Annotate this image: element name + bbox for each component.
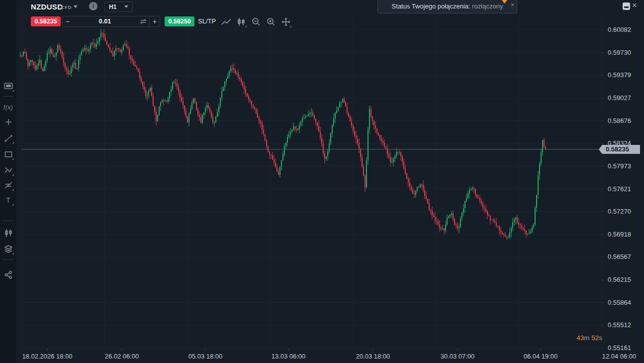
candle-chart-type-button[interactable] [235,16,247,28]
status-close-icon[interactable]: × [511,0,514,11]
volume-stepper: − 0.01 + [62,16,160,27]
zoom-in-icon [266,17,276,27]
symbol-dropdown-caret-icon[interactable] [74,5,78,8]
time-axis-label: 26.02 06:00 [105,353,139,360]
volume-reset-button[interactable] [137,18,149,25]
countdown-minutes: 43 [576,334,584,342]
price-axis-label: 0.59027 [608,94,631,102]
chart-type-button[interactable] [2,227,14,239]
refresh-icon [139,18,147,25]
text-tool-button[interactable]: T [2,194,14,206]
fibonacci-icon [3,181,13,189]
trend-line-icon [3,134,13,143]
volume-decrease-button[interactable]: − [63,17,73,25]
fibonacci-tool-button[interactable] [2,179,14,191]
instrument-info-icon[interactable]: i [89,2,97,10]
share-button[interactable] [2,269,14,281]
timeframe-caret-icon [124,5,128,8]
status-value: rozłączony [470,2,503,10]
sell-price-button[interactable]: 0.58235 [31,16,61,26]
price-axis-label: 0.55864 [608,299,631,306]
line-chart-icon [221,17,232,26]
volume-increase-button[interactable]: + [150,17,160,25]
chart-tools-sidebar: f(x) T [0,0,16,363]
connection-status-popup: Status Twojego połączenia: rozłączony × [377,0,517,13]
price-axis-label: 0.57973 [608,162,631,170]
time-axis-label: 06.04 19:00 [524,353,558,360]
status-text: Status Twojego połączenia: [392,2,470,10]
rectangle-icon [4,150,13,158]
sidebar-divider [2,221,13,221]
price-axis-label: 0.57621 [608,185,631,193]
timeframe-selector[interactable]: H1 [104,1,133,12]
sidebar-divider [2,96,13,97]
fx-icon: f(x) [3,104,13,111]
candlestick-icon [236,17,246,27]
price-axis-label: 0.56918 [608,231,631,238]
elliott-wave-tool-button[interactable] [2,164,14,176]
minimize-icon [624,6,629,8]
chart-display-mode-button[interactable] [2,80,14,92]
plus-icon [4,118,12,126]
price-axis-label: 0.55512 [608,321,631,329]
price-axis-label: 0.56215 [608,276,631,283]
chart-header: NZDUSD CFD i H1 [16,0,644,14]
timeframe-value: H1 [109,3,116,10]
current-price-tag: 0.58235 [602,145,640,154]
close-button[interactable]: × [632,0,637,10]
price-axis-label: 0.58676 [608,117,631,124]
order-toolbar: 0.58235 − 0.01 + 0.58250 SL/TP [16,16,644,28]
candle-countdown: 43m 52s [553,334,602,342]
market-type-label: CFD [61,4,72,10]
shape-tool-button[interactable] [2,148,14,160]
volume-value[interactable]: 0.01 [73,18,137,25]
zigzag-icon [3,166,13,174]
symbol-name: NZDUSD [31,2,63,11]
time-axis-label: 18.02.2026 18:00 [22,353,72,360]
zoom-out-button[interactable] [250,16,262,28]
buy-price-button[interactable]: 0.58250 [165,16,194,26]
sl-tp-button[interactable]: SL/TP [198,17,216,25]
indicators-button[interactable]: f(x) [2,102,14,114]
time-axis-label: 12.04 06:00 [602,353,637,360]
candlestick-chart[interactable] [0,0,644,363]
countdown-seconds-unit: s [599,334,602,342]
sidebar-divider [2,259,13,260]
price-axis-label: 0.55161 [608,344,631,352]
layers-icon [3,244,13,253]
zoom-in-button[interactable] [265,16,277,28]
text-icon: T [6,196,10,204]
countdown-minutes-unit: m [584,334,591,342]
candlestick-icon [4,228,13,238]
countdown-seconds: 52 [591,334,599,342]
time-axis-label: 13.03 06:00 [272,353,306,360]
time-axis-label: 30.03 07:00 [441,353,475,360]
time-axis-label: 05.03 18:00 [188,353,223,360]
screen-icon [3,82,13,90]
zoom-out-icon [251,17,261,27]
trend-line-tool-button[interactable] [2,132,14,144]
price-axis-label: 0.56567 [608,253,631,260]
line-chart-type-button[interactable] [220,16,232,28]
price-axis-label: 0.59730 [608,49,631,56]
pan-mode-button[interactable] [280,16,292,28]
trading-chart-window: f(x) T NZDUSD C [0,0,644,363]
time-axis-label: 20.03 18:00 [356,353,390,360]
minimize-button[interactable] [623,2,630,10]
share-icon [4,270,13,279]
layers-button[interactable] [2,243,14,255]
price-axis-label: 0.59379 [608,71,631,79]
price-axis-label: 0.57270 [608,208,631,215]
move-icon [281,17,291,27]
crosshair-button[interactable] [2,116,14,128]
